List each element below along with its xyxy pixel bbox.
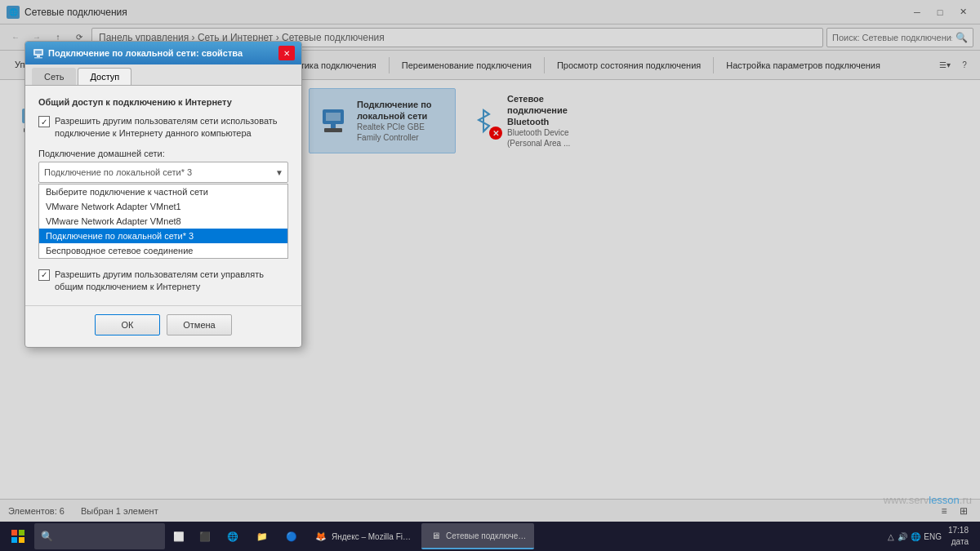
tab-access[interactable]: Доступ (78, 68, 131, 85)
dropdown-option-wifi[interactable]: Беспроводное сетевое соединение (39, 243, 287, 258)
allow-sharing-checkbox[interactable] (38, 116, 50, 127)
dropdown-option-vmnet1[interactable]: VMware Network Adapter VMnet1 (39, 199, 287, 214)
svg-rect-15 (37, 56, 40, 57)
language-indicator[interactable]: ENG (924, 532, 942, 541)
clock-date: дата (948, 536, 969, 548)
systray: △ 🔊 🌐 ENG (883, 532, 947, 541)
network-tray-icon[interactable]: 🌐 (911, 532, 920, 541)
taskbar-item-network[interactable]: 🖥 Сетевые подключен... (421, 523, 534, 549)
cancel-button[interactable]: Отмена (167, 314, 232, 335)
dropdown-list: Выберите подключение к частной сети VMwa… (38, 184, 288, 259)
svg-rect-16 (34, 57, 42, 59)
volume-icon[interactable]: 🔊 (898, 532, 907, 541)
explorer-icon: 📁 (255, 529, 270, 544)
taskbar-search-icon: 🔍 (41, 531, 53, 542)
network-label: Сетевые подключен... (446, 531, 528, 540)
dropdown-wrapper: Выберите подключение к частной сетиVMwar… (38, 162, 288, 183)
svg-rect-11 (11, 537, 17, 543)
notification-icon[interactable]: △ (888, 532, 894, 541)
dialog-tabs: Сеть Доступ (25, 64, 301, 86)
ok-button[interactable]: ОК (95, 314, 160, 335)
windows-logo-icon (11, 529, 25, 544)
network-taskbar-icon: 🖥 (428, 528, 443, 543)
dialog-body: Общий доступ к подключению к Интернету Р… (25, 86, 301, 305)
dropdown-option-vmnet8[interactable]: VMware Network Adapter VMnet8 (39, 214, 287, 229)
taskbar-item-edge[interactable]: 🔵 (278, 523, 305, 549)
home-network-select[interactable]: Выберите подключение к частной сетиVMwar… (38, 162, 288, 183)
dialog-close-button[interactable]: ✕ (278, 46, 295, 60)
dialog-title: Подключение по локальной сети: свойства (48, 48, 275, 58)
tab-network[interactable]: Сеть (32, 68, 76, 85)
dialog-title-bar: Подключение по локальной сети: свойства … (25, 42, 301, 64)
firefox-label: Яндекс – Mozilla Firefo... (332, 532, 413, 541)
firefox-icon: 🦊 (314, 529, 328, 544)
dialog-footer: ОК Отмена (25, 305, 301, 347)
allow-manage-label: Разрешить другим пользователям сети упра… (55, 269, 288, 294)
taskbar: 🔍 ⬜ ⬛ 🌐 📁 🔵 🦊 Яндекс – Mozilla Firefo...… (0, 522, 980, 551)
clock-time: 17:18 (948, 525, 969, 536)
taskview-button[interactable]: ⬛ (193, 523, 217, 549)
taskbar-item-ie[interactable]: 🌐 (219, 523, 247, 549)
lan-dialog-icon (33, 47, 44, 59)
cortana-button[interactable]: ⬜ (167, 523, 191, 549)
dialog-icon (32, 47, 45, 60)
allow-sharing-label: Разрешить другим пользователям сети испо… (55, 115, 288, 140)
cortana-icon: ⬜ (173, 531, 185, 542)
allow-manage-checkbox[interactable] (38, 269, 50, 281)
start-button[interactable] (3, 522, 33, 551)
section-title: Общий доступ к подключению к Интернету (38, 97, 288, 107)
svg-rect-14 (35, 51, 42, 54)
properties-dialog: Подключение по локальной сети: свойства … (24, 41, 302, 348)
svg-rect-9 (11, 530, 17, 535)
search-taskbar[interactable]: 🔍 (34, 523, 165, 549)
home-network-label: Подключение домашней сети: (38, 149, 288, 158)
taskbar-item-explorer[interactable]: 📁 (248, 523, 276, 549)
svg-rect-10 (19, 530, 24, 535)
svg-rect-12 (19, 537, 24, 543)
checkbox-row-1: Разрешить другим пользователям сети испо… (38, 115, 288, 140)
dropdown-option-lan3[interactable]: Подключение по локальной сети* 3 (39, 229, 287, 243)
dropdown-container: Выберите подключение к частной сетиVMwar… (38, 162, 288, 259)
checkbox-row-2: Разрешить другим пользователям сети упра… (38, 269, 288, 294)
modal-overlay: Подключение по локальной сети: свойства … (0, 0, 980, 522)
system-clock[interactable]: 17:18 дата (948, 525, 969, 548)
dropdown-option-none[interactable]: Выберите подключение к частной сети (39, 184, 287, 199)
edge-icon: 🔵 (284, 529, 299, 544)
taskbar-item-firefox[interactable]: 🦊 Яндекс – Mozilla Firefo... (307, 523, 420, 549)
taskview-icon: ⬛ (199, 531, 211, 542)
ie-icon: 🌐 (225, 529, 240, 544)
